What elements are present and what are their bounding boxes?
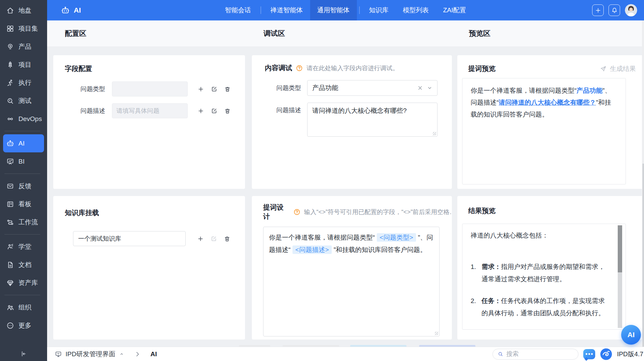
breadcrumb: IPD研发管理界面 AI <box>47 350 157 359</box>
field-row-actions <box>196 106 232 116</box>
tab-general-agent[interactable]: 通用智能体 <box>310 0 357 20</box>
field-label: 问题类型 <box>65 85 112 93</box>
plus-icon <box>595 7 602 14</box>
app-title: AI <box>74 6 81 14</box>
search-input[interactable] <box>506 350 573 358</box>
debug-label: 问题描述 <box>265 103 307 114</box>
user-avatar[interactable] <box>625 4 637 16</box>
ellipsis-circle-icon <box>6 321 14 330</box>
knowledge-base-row: 一个测试知识库 <box>73 231 245 246</box>
sidebar-item-label: DevOps <box>18 115 42 123</box>
sidebar-item-org[interactable]: 组织 <box>3 298 44 316</box>
notifications-button[interactable] <box>609 4 620 16</box>
resize-handle[interactable] <box>433 132 436 135</box>
sidebar-item-program[interactable]: 项目集 <box>3 19 44 37</box>
sidebar-item-label: 工作流 <box>18 218 38 227</box>
question-type-select[interactable]: 产品功能 <box>307 80 438 96</box>
tab-zentao-agent[interactable]: 禅道智能体 <box>263 0 310 20</box>
floating-ai-button[interactable]: AI <box>621 325 641 345</box>
sidebar-item-product[interactable]: 产品 <box>3 37 44 56</box>
preview-section-title: 预览区 <box>457 20 644 46</box>
question-desc-textarea[interactable]: 请问禅道的八大核心概念有哪些? <box>307 103 438 137</box>
add-field-button[interactable] <box>196 106 206 116</box>
result-scrollbar[interactable] <box>618 225 622 328</box>
chevron-down-icon[interactable] <box>426 85 433 91</box>
document-icon <box>6 261 14 269</box>
sidebar-item-doc[interactable]: 文档 <box>3 256 44 274</box>
search-box[interactable] <box>492 349 578 360</box>
help-icon[interactable] <box>293 208 301 216</box>
sidebar-item-school[interactable]: 学堂 <box>3 238 44 256</box>
tab-smart-chat[interactable]: 智能会话 <box>218 0 258 20</box>
sidebar-item-kanban[interactable]: 看板 <box>3 195 44 213</box>
debug-row-desc: 问题描述 请问禅道的八大核心概念有哪些? <box>265 103 452 137</box>
delete-field-button[interactable] <box>222 84 232 94</box>
sidebar-item-label: 看板 <box>18 200 31 209</box>
sidebar-item-ai[interactable]: AI <box>3 134 44 152</box>
tab-zai-config[interactable]: ZAI配置 <box>436 0 473 20</box>
preview-text: 你是一个禅道客服，请根据问题类型“ <box>471 87 576 94</box>
prompt-design-textarea[interactable]: 你是一个禅道客服，请根据问题类型“<问题类型>”、问题描述“<问题描述>”和挂载… <box>263 227 440 336</box>
page-scrollbar[interactable] <box>642 20 644 361</box>
dot <box>586 353 587 355</box>
field-row-type: 问题类型 <box>65 81 245 96</box>
edit-field-button[interactable] <box>209 84 219 94</box>
trash-icon <box>224 235 231 242</box>
zentao-logo[interactable] <box>600 348 612 360</box>
textarea-value: 请问禅道的八大核心概念有哪些? <box>312 107 407 114</box>
infinity-icon <box>6 115 14 123</box>
search-icon <box>498 351 503 357</box>
resize-handle[interactable] <box>435 332 438 335</box>
delete-field-button[interactable] <box>222 106 232 116</box>
help-icon[interactable] <box>296 64 303 72</box>
sidebar-item-label: AI <box>18 140 25 147</box>
sidebar-item-asset[interactable]: 资产库 <box>3 274 44 292</box>
config-section-title: 配置区 <box>53 20 245 46</box>
caret-up-icon[interactable] <box>119 351 125 357</box>
result-preview-title: 结果预览 <box>457 196 644 215</box>
generate-result-button[interactable]: 生成结果 <box>600 64 636 73</box>
robot-icon <box>6 139 14 148</box>
add-kb-button[interactable] <box>195 234 205 244</box>
rocket-icon <box>6 61 14 69</box>
sidebar-collapse-button[interactable] <box>0 347 47 361</box>
edit-kb-button[interactable] <box>209 234 219 244</box>
sidebar-item-label: 执行 <box>18 78 31 87</box>
clear-icon[interactable] <box>417 85 424 91</box>
sidebar-item-devops[interactable]: DevOps <box>3 110 44 128</box>
sidebar-item-label: 地盘 <box>18 6 31 15</box>
sidebar-item-home[interactable]: 地盘 <box>3 1 44 19</box>
knowledge-base-input[interactable]: 一个测试知识库 <box>73 231 186 246</box>
add-button[interactable] <box>592 4 604 16</box>
tab-model-list[interactable]: 模型列表 <box>396 0 436 20</box>
field-desc-input[interactable]: 请填写具体问题 <box>112 103 188 118</box>
plus-icon <box>197 235 204 242</box>
sidebar-item-more[interactable]: 更多 <box>3 316 44 334</box>
field-type-input[interactable] <box>112 81 188 96</box>
sidebar-item-bi[interactable]: BI <box>3 152 44 170</box>
field-tag-type[interactable]: <问题类型> <box>377 233 416 242</box>
sidebar-item-workflow[interactable]: 工作流 <box>3 213 44 231</box>
sidebar-item-test[interactable]: 测试 <box>3 92 44 110</box>
field-tag-desc[interactable]: <问题描述> <box>292 245 331 254</box>
sidebar-item-project[interactable]: 项目 <box>3 56 44 74</box>
sidebar-item-execution[interactable]: 执行 <box>3 74 44 92</box>
knowledge-base-card: 知识库挂载 一个测试知识库 <box>53 196 245 340</box>
edit-field-button[interactable] <box>209 106 219 116</box>
breadcrumb-root[interactable]: IPD研发管理界面 <box>66 350 115 359</box>
tab-knowledge-base[interactable]: 知识库 <box>362 0 396 20</box>
page-scrollbar-thumb[interactable] <box>643 164 644 355</box>
topbar: AI 智能会话 禅道智能体 通用智能体 知识库 模型列表 ZAI配置 <box>47 0 644 20</box>
result-scrollbar-thumb[interactable] <box>618 225 622 272</box>
input-placeholder: 请填写具体问题 <box>116 107 159 115</box>
chat-button[interactable] <box>583 349 595 359</box>
lightbulb-icon <box>6 43 14 51</box>
content-debug-card: 内容调试 请在此处输入字段内容进行调试。 问题类型 产品功能 问题描述 请问禅道… <box>252 55 452 189</box>
sidebar-item-label: 学堂 <box>18 242 31 251</box>
delete-kb-button[interactable] <box>222 234 232 244</box>
sidebar-item-feedback[interactable]: 反馈 <box>3 177 44 195</box>
sidebar: 地盘 项目集 产品 项目 执行 测试 DevOps AI BI 反馈 看板 工作… <box>0 0 47 361</box>
prompt-preview-card: 提词预览 生成结果 你是一个禅道客服，请根据问题类型“产品功能”、问题描述“请问… <box>457 55 644 189</box>
add-field-button[interactable] <box>196 84 206 94</box>
prompt-preview-title: 提词预览 <box>468 64 600 73</box>
